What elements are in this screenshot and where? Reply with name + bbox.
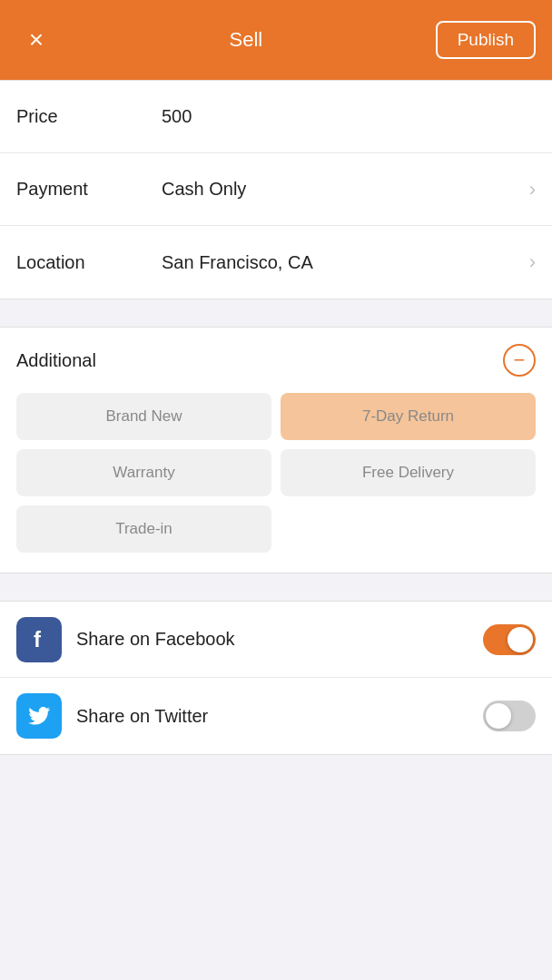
section-gap-1 bbox=[0, 299, 552, 327]
twitter-toggle[interactable] bbox=[483, 701, 536, 731]
share-section: f Share on Facebook Share on Twitter bbox=[0, 601, 552, 755]
payment-chevron-icon: › bbox=[529, 178, 536, 201]
page-title: Sell bbox=[229, 28, 262, 52]
location-value: San Francisco, CA bbox=[162, 252, 522, 273]
location-label: Location bbox=[16, 252, 162, 273]
tag-trade-in[interactable]: Trade-in bbox=[16, 505, 271, 553]
location-chevron-icon: › bbox=[529, 250, 536, 274]
facebook-icon: f bbox=[16, 617, 62, 662]
price-value: 500 bbox=[162, 106, 536, 127]
facebook-toggle-knob bbox=[508, 627, 533, 652]
payment-label: Payment bbox=[16, 179, 162, 200]
bottom-space bbox=[0, 755, 552, 864]
additional-title: Additional bbox=[16, 350, 96, 371]
svg-text:f: f bbox=[34, 627, 42, 652]
tag-warranty[interactable]: Warranty bbox=[16, 449, 271, 496]
tag-free-delivery[interactable]: Free Delivery bbox=[281, 449, 536, 496]
close-button[interactable]: × bbox=[16, 20, 56, 60]
location-row[interactable]: Location San Francisco, CA › bbox=[0, 226, 552, 299]
minus-icon: − bbox=[514, 350, 526, 370]
twitter-icon bbox=[16, 693, 62, 739]
facebook-share-row: f Share on Facebook bbox=[0, 602, 552, 678]
tag-brand-new[interactable]: Brand New bbox=[16, 393, 271, 440]
publish-button[interactable]: Publish bbox=[436, 21, 536, 59]
price-row: Price 500 bbox=[0, 81, 552, 153]
payment-row[interactable]: Payment Cash Only › bbox=[0, 153, 552, 226]
close-icon: × bbox=[29, 25, 44, 54]
payment-value: Cash Only bbox=[162, 179, 522, 200]
twitter-toggle-knob bbox=[486, 703, 511, 729]
form-section: Price 500 Payment Cash Only › Location S… bbox=[0, 80, 552, 299]
facebook-toggle[interactable] bbox=[483, 624, 536, 655]
twitter-share-row: Share on Twitter bbox=[0, 678, 552, 754]
additional-section: Additional − Brand New 7-Day Return Warr… bbox=[0, 327, 552, 573]
tags-grid: Brand New 7-Day Return Warranty Free Del… bbox=[16, 393, 536, 553]
additional-header: Additional − bbox=[16, 344, 536, 377]
collapse-button[interactable]: − bbox=[503, 344, 536, 377]
header: × Sell Publish bbox=[0, 0, 552, 80]
twitter-share-label: Share on Twitter bbox=[76, 706, 483, 727]
price-label: Price bbox=[16, 106, 162, 127]
tag-7day-return[interactable]: 7-Day Return bbox=[281, 393, 536, 440]
facebook-share-label: Share on Facebook bbox=[76, 629, 483, 650]
